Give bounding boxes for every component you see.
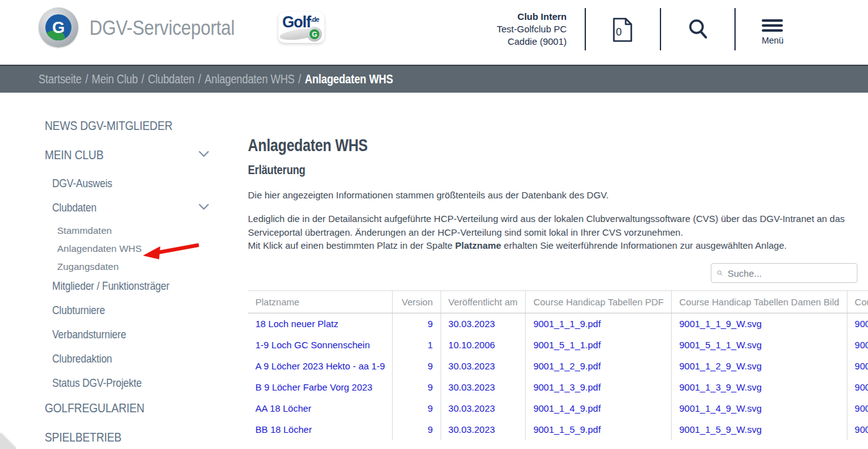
sidebar-item-clubturniere[interactable]: Clubturniere <box>0 303 248 317</box>
cell-platzname[interactable]: 1-9 Loch GC Sonnenschein <box>248 335 393 356</box>
cell-pdf[interactable]: 9001_1_5_9.pdf <box>526 419 672 440</box>
cell-last[interactable]: 9001_1_5_9 <box>847 419 868 440</box>
platzname-link[interactable]: 1-9 Loch GC Sonnenschein <box>255 340 370 350</box>
cell-veroeffentlicht: 30.03.2023 <box>441 398 526 419</box>
breadcrumb-separator: / <box>85 72 88 86</box>
file-link[interactable]: 9001_1_3_9_W.svg <box>679 382 762 392</box>
sidebar-item-status-dgv-projekte[interactable]: Status DGV-Projekte <box>0 376 248 390</box>
chevron-down-icon[interactable] <box>198 150 209 158</box>
cell-damen_bild[interactable]: 9001_5_1_1_W.svg <box>672 335 847 356</box>
cell-last[interactable]: 9001_1_1_9 <box>847 313 868 335</box>
golf-de-logo[interactable]: Golf.de G <box>278 12 324 43</box>
column-header-version[interactable]: Version <box>393 291 441 313</box>
file-link[interactable]: 9001_1_5_9 <box>855 424 868 435</box>
cell-last[interactable]: 9001_1_2_9 <box>847 356 868 377</box>
cell-platzname[interactable]: 18 Loch neuer Platz <box>248 313 393 335</box>
cell-pdf[interactable]: 9001_1_2_9.pdf <box>526 356 672 377</box>
cell-platzname[interactable]: A 9 Löcher 2023 Hekto - aa 1-9 <box>248 356 393 377</box>
cell-platzname[interactable]: AA 18 Löcher <box>248 398 393 419</box>
sidebar-item-mitglieder-funktionstr-ger[interactable]: Mitglieder / Funktionsträger <box>0 279 248 293</box>
sidebar-item-label: Status DGV-Projekte <box>52 376 142 390</box>
sidebar-item-anlagendaten-whs[interactable]: Anlagendaten WHS <box>0 243 248 254</box>
sidebar-item-dgv-ausweis[interactable]: DGV-Ausweis <box>0 177 248 190</box>
cell-damen_bild[interactable]: 9001_1_2_9_W.svg <box>672 356 847 377</box>
file-link[interactable]: 9001_1_3_9.pdf <box>533 382 600 392</box>
breadcrumb-link[interactable]: Startseite <box>39 72 81 86</box>
platzname-link[interactable]: B 9 Löcher Farbe Vorg 2023 <box>255 382 372 392</box>
cell-damen_bild[interactable]: 9001_1_1_9_W.svg <box>672 313 847 335</box>
chevron-down-icon[interactable] <box>198 203 209 211</box>
column-header-course-ha[interactable]: Course Ha <box>847 291 868 313</box>
file-link[interactable]: 9001_1_1_9_W.svg <box>679 318 762 329</box>
file-link[interactable]: 9001_1_3_9 <box>855 382 868 392</box>
sidebar-item-clubdaten[interactable]: Clubdaten <box>0 201 248 215</box>
file-link[interactable]: 9001_1_5_9.pdf <box>533 424 600 435</box>
cell-version: 9 <box>393 419 441 440</box>
cell-platzname[interactable]: BB 18 Löcher <box>248 419 393 440</box>
file-link[interactable]: 9001_1_4_9.pdf <box>533 403 600 414</box>
sidebar-item-golfregularien[interactable]: GOLFREGULARIEN <box>0 400 248 415</box>
club-info-club: Test-Golfclub PC <box>496 23 567 35</box>
breadcrumb-link[interactable]: Clubdaten <box>148 72 194 86</box>
search-icon <box>687 18 708 40</box>
table-row: 1-9 Loch GC Sonnenschein110.10.20069001_… <box>248 335 868 356</box>
breadcrumb-link[interactable]: Mein Club <box>92 72 138 86</box>
search-icon <box>717 267 723 279</box>
svg-text:0: 0 <box>616 26 621 38</box>
file-link[interactable]: 9001_1_1_9 <box>855 318 868 329</box>
sidebar-item-label: Anlagendaten WHS <box>57 243 142 254</box>
cell-version: 9 <box>393 313 441 335</box>
file-link[interactable]: 9001_1_4_9_W.svg <box>679 403 762 414</box>
cell-last[interactable]: 9001_5_1_1 <box>847 335 868 356</box>
file-link[interactable]: 9001_5_1_1.pdf <box>533 340 600 350</box>
file-link[interactable]: 9001_1_1_9.pdf <box>533 318 600 329</box>
column-header-platzname[interactable]: Platzname <box>248 291 393 313</box>
column-header-course-handicap-tabellen-pdf[interactable]: Course Handicap Tabellen PDF <box>526 291 672 313</box>
column-header-ver-ffentlicht-am[interactable]: Veröffentlicht am <box>441 291 526 313</box>
sidebar-item-stammdaten[interactable]: Stammdaten <box>0 225 248 236</box>
cell-pdf[interactable]: 9001_1_1_9.pdf <box>526 313 672 335</box>
file-link[interactable]: 9001_1_2_9 <box>855 361 868 371</box>
cell-last[interactable]: 9001_1_4_9 <box>847 398 868 419</box>
sidebar-item-mein-club[interactable]: MEIN CLUB <box>0 147 248 162</box>
column-header-course-handicap-tabellen-damen-bild[interactable]: Course Handicap Tabellen Damen Bild <box>672 291 847 313</box>
platzname-link[interactable]: BB 18 Löcher <box>255 424 312 435</box>
breadcrumb-separator: / <box>298 72 301 86</box>
file-link[interactable]: 9001_1_2_9.pdf <box>533 361 600 371</box>
menu-label: Menü <box>762 35 783 45</box>
search-input[interactable] <box>728 268 851 279</box>
file-link[interactable]: 9001_1_2_9_W.svg <box>679 361 762 371</box>
page-curl[interactable] <box>0 433 16 449</box>
sidebar-item-verbandsturniere[interactable]: Verbandsturniere <box>0 328 248 341</box>
file-link[interactable]: 9001_1_4_9 <box>855 403 868 414</box>
cell-damen_bild[interactable]: 9001_1_3_9_W.svg <box>672 377 847 398</box>
sidebar-item-spielbetrieb[interactable]: SPIELBETRIEB <box>0 430 248 445</box>
platzname-link[interactable]: 18 Loch neuer Platz <box>255 318 338 329</box>
cell-damen_bild[interactable]: 9001_1_5_9_W.svg <box>672 419 847 440</box>
cell-pdf[interactable]: 9001_1_4_9.pdf <box>526 398 672 419</box>
document-counter-button[interactable]: 0 <box>612 17 633 42</box>
search-button[interactable] <box>687 18 708 40</box>
cell-pdf[interactable]: 9001_5_1_1.pdf <box>526 335 672 356</box>
cell-pdf[interactable]: 9001_1_3_9.pdf <box>526 377 672 398</box>
sidebar-item-news-dgv-mitglieder[interactable]: NEWS DGV-MITGLIEDER <box>0 118 248 133</box>
platzname-link[interactable]: A 9 Löcher 2023 Hekto - aa 1-9 <box>255 361 385 371</box>
file-link[interactable]: 9001_1_5_9_W.svg <box>679 424 762 435</box>
platzname-link[interactable]: AA 18 Löcher <box>255 403 311 414</box>
sidebar-item-zugangsdaten[interactable]: Zugangsdaten <box>0 261 248 272</box>
file-link[interactable]: 9001_5_1_1_W.svg <box>679 340 762 350</box>
brand[interactable]: G DGV-Serviceportal Golf.de G <box>39 7 324 47</box>
golf-de-badge-icon: G <box>307 27 322 42</box>
table-search[interactable] <box>711 263 857 283</box>
table-row: 18 Loch neuer Platz930.03.20239001_1_1_9… <box>248 313 868 335</box>
file-link[interactable]: 9001_5_1_1 <box>855 340 868 350</box>
cell-last[interactable]: 9001_1_3_9 <box>847 377 868 398</box>
breadcrumb-link[interactable]: Anlagendaten WHS <box>204 72 295 86</box>
cell-damen_bild[interactable]: 9001_1_4_9_W.svg <box>672 398 847 419</box>
sidebar-item-label: Zugangsdaten <box>57 261 119 272</box>
hamburger-icon <box>762 19 783 32</box>
cell-platzname[interactable]: B 9 Löcher Farbe Vorg 2023 <box>248 377 393 398</box>
sidebar-item-label: Stammdaten <box>57 225 112 236</box>
sidebar-item-clubredaktion[interactable]: Clubredaktion <box>0 352 248 366</box>
menu-button[interactable]: Menü <box>762 19 783 45</box>
